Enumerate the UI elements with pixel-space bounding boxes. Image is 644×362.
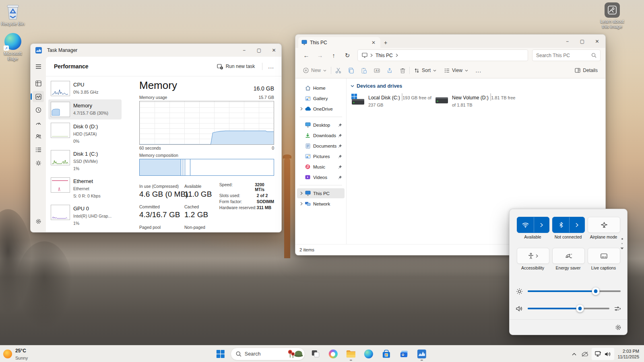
bluetooth-label: Not connected: [549, 234, 587, 239]
sidebar-item-network[interactable]: Network: [297, 199, 345, 209]
memory-detail-panel: Memory 16.0 GB Memory usage 15.7 GB 60 s…: [139, 79, 274, 232]
copy-button[interactable]: [345, 65, 357, 76]
rename-button[interactable]: A: [371, 65, 383, 76]
perf-item-gpu[interactable]: GPU 0Intel(R) UHD Grap...1%: [48, 202, 122, 229]
back-button[interactable]: ←: [300, 50, 312, 61]
new-tab-button[interactable]: +: [380, 37, 391, 48]
tray-overflow-chevron[interactable]: [570, 348, 578, 360]
windows-logo-icon: [216, 350, 225, 358]
view-button[interactable]: View: [441, 65, 472, 76]
onedrive-paused-icon[interactable]: [579, 348, 590, 360]
group-header-devices[interactable]: Devices and drives: [351, 83, 605, 89]
audio-output-picker-icon[interactable]: [614, 306, 621, 311]
details-pane-button[interactable]: Details: [571, 65, 601, 76]
taskbar-search[interactable]: Search: [231, 348, 305, 360]
accessibility-tile[interactable]: [517, 248, 549, 264]
search-doodle-poppies[interactable]: [287, 349, 303, 359]
sidebar-item-onedrive[interactable]: OneDrive: [297, 104, 345, 114]
more-options-button[interactable]: ...: [473, 65, 485, 76]
copilot-button[interactable]: [326, 347, 341, 361]
search-input[interactable]: Search This PC: [532, 49, 601, 61]
bluetooth-icon[interactable]: [553, 217, 570, 232]
cut-button[interactable]: [332, 65, 344, 76]
tab-processes[interactable]: [33, 78, 44, 89]
pager-dot[interactable]: [621, 243, 623, 244]
minimize-button[interactable]: −: [560, 36, 575, 47]
start-button[interactable]: [213, 347, 228, 361]
tab-performance[interactable]: [33, 91, 44, 102]
close-button[interactable]: ✕: [266, 45, 281, 56]
pc-breadcrumb-icon: [362, 53, 367, 58]
maximize-button[interactable]: ▢: [252, 45, 266, 56]
minimize-button[interactable]: −: [237, 45, 252, 56]
edge-button[interactable]: [361, 347, 376, 361]
sidebar-item-this-pc[interactable]: This PC: [297, 188, 345, 198]
up-button[interactable]: ↑: [328, 50, 340, 61]
task-manager-button[interactable]: [414, 347, 429, 361]
microsoft-store-button[interactable]: [379, 347, 394, 361]
file-explorer-button[interactable]: [343, 347, 358, 361]
bluetooth-tile[interactable]: [552, 217, 585, 233]
perf-item-memory[interactable]: Memory4.7/15.7 GB (30%): [48, 99, 122, 119]
brightness-slider[interactable]: [528, 290, 621, 292]
perf-item-disk0[interactable]: Disk 0 (D:)HDD (SATA)0%: [48, 120, 122, 147]
airplane-mode-tile[interactable]: [588, 217, 620, 233]
wifi-expand-chevron[interactable]: [534, 217, 549, 232]
quick-settings-pager[interactable]: [620, 238, 624, 250]
tab-startup-apps[interactable]: [33, 117, 44, 129]
paste-button[interactable]: [358, 65, 370, 76]
tab-this-pc[interactable]: This PC ✕: [298, 37, 380, 48]
sidebar-item-home[interactable]: Home: [297, 83, 345, 93]
pager-dot[interactable]: [621, 238, 623, 240]
sidebar-item-gallery[interactable]: Gallery: [297, 93, 345, 103]
sidebar-item-documents[interactable]: Documents: [297, 141, 345, 151]
network-volume-flyout-button[interactable]: [591, 348, 615, 360]
sidebar-item-pictures[interactable]: Pictures: [297, 151, 345, 161]
sort-button[interactable]: Sort: [411, 65, 440, 76]
delete-button[interactable]: [396, 65, 409, 76]
share-button[interactable]: [384, 65, 396, 76]
brightness-slider-thumb[interactable]: [592, 288, 599, 295]
volume-slider[interactable]: [528, 308, 609, 309]
address-bar[interactable]: This PC: [357, 49, 528, 61]
settings-gear-icon[interactable]: [615, 324, 621, 331]
wifi-icon[interactable]: [517, 217, 534, 232]
sidebar-item-videos[interactable]: Videos: [297, 172, 345, 182]
more-options-button[interactable]: ...: [266, 63, 276, 70]
live-captions-tile[interactable]: [588, 248, 620, 264]
task-manager-titlebar[interactable]: Task Manager − ▢ ✕: [31, 44, 281, 57]
drive-new-volume-d[interactable]: New Volume (D:) 1.81 TB free of 1.81 TB: [434, 94, 518, 108]
task-view-button[interactable]: [308, 347, 323, 361]
perf-item-disk1[interactable]: Disk 1 (C:)SSD (NVMe)1%: [48, 148, 122, 174]
sidebar-item-music[interactable]: Music: [297, 162, 345, 172]
settings-gear-icon[interactable]: [33, 216, 44, 227]
drive-local-disk-c[interactable]: Local Disk (C:) 193 GB free of 237 GB: [351, 94, 434, 108]
perf-item-cpu[interactable]: CPU0% 3.85 GHz: [48, 78, 122, 99]
tab-close-button[interactable]: ✕: [370, 40, 377, 45]
sidebar-item-desktop[interactable]: Desktop: [297, 120, 345, 130]
sidebar-item-downloads[interactable]: Downloads: [297, 130, 345, 140]
desktop-icon-learn-about-image[interactable]: Learn about this image: [596, 2, 628, 29]
tab-users[interactable]: [33, 131, 44, 142]
tab-details[interactable]: [33, 144, 44, 155]
weather-widget[interactable]: 25°C Sunny: [3, 346, 28, 362]
maximize-button[interactable]: ▢: [575, 36, 590, 47]
tab-app-history[interactable]: [33, 104, 44, 115]
volume-slider-thumb[interactable]: [576, 305, 584, 313]
new-button[interactable]: New: [299, 65, 330, 76]
perf-item-ethernet[interactable]: EthernetEthernetS: 0 R: 0 Kbps: [48, 175, 122, 202]
tab-services[interactable]: [33, 157, 44, 169]
menu-hamburger-icon[interactable]: [33, 61, 44, 72]
energy-saver-tile[interactable]: [552, 248, 585, 264]
breadcrumb[interactable]: This PC: [376, 53, 393, 58]
bluetooth-expand-chevron[interactable]: [570, 217, 584, 232]
refresh-button[interactable]: ↻: [341, 50, 353, 61]
desktop-icon-recycle-bin[interactable]: Recycle Bin: [0, 3, 29, 27]
run-new-task-button[interactable]: Run new task: [214, 62, 258, 72]
tray-clock[interactable]: 2:03 PM 11/11/2025: [618, 348, 639, 360]
desktop-icon-edge[interactable]: ↗ Microsoft Edge: [0, 33, 29, 62]
wifi-tile[interactable]: [517, 217, 549, 233]
outlook-button[interactable]: [396, 347, 411, 361]
forward-button[interactable]: →: [314, 50, 326, 61]
close-button[interactable]: ✕: [590, 36, 605, 47]
